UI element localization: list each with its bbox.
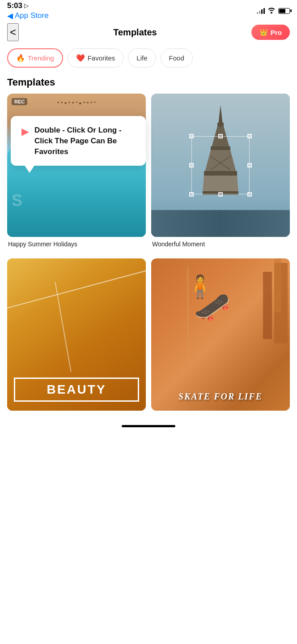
tab-life[interactable]: Life (128, 48, 156, 68)
handle-lm (189, 163, 194, 167)
category-tabs: 🔥 Trending ❤️ Favorites Life Food (0, 45, 297, 73)
skate-text-container: SKATE FOR LIFE (156, 391, 285, 402)
svg-rect-1 (217, 123, 224, 126)
templates-grid: REC ● ● ● ● ● ● ● ● ● ● ● (0, 94, 297, 411)
pro-label: Pro (271, 29, 282, 36)
status-left: 5:03 ▷ ◀ App Store (7, 1, 49, 21)
skate-text: SKATE FOR LIFE (178, 391, 263, 401)
battery-icon (278, 8, 290, 14)
svg-marker-0 (218, 105, 223, 125)
handle-rm (247, 163, 252, 167)
location-icon: ▷ (24, 2, 29, 9)
home-indicator (0, 418, 297, 431)
tab-favorites[interactable]: ❤️ Favorites (68, 48, 124, 68)
tooltip-box: ▶ Double - Click Or Long - Click The Pag… (11, 116, 146, 166)
city-skyline (151, 210, 290, 237)
handle-bm (218, 192, 223, 197)
back-button[interactable]: < (7, 23, 19, 41)
tab-favorites-label: Favorites (88, 54, 115, 62)
wifi-icon (267, 7, 276, 15)
signal-icon (257, 8, 265, 14)
status-right (257, 7, 290, 15)
tab-food-label: Food (169, 54, 184, 62)
tab-trending[interactable]: 🔥 Trending (7, 48, 63, 68)
app-store-label: App Store (15, 11, 49, 20)
section-title: Templates (0, 73, 297, 94)
tab-trending-label: Trending (28, 54, 54, 62)
tooltip-arrow-icon: ▶ (21, 126, 29, 137)
template-beauty[interactable]: BEAUTY (7, 258, 146, 411)
status-bar: 5:03 ▷ ◀ App Store (0, 0, 297, 20)
template-skate[interactable]: 🛹 🧍 SKATE FOR LIFE (151, 258, 290, 411)
handle-tl (189, 134, 194, 138)
handle-tr (247, 134, 252, 138)
template-image-eiffel: | | | (151, 94, 290, 237)
beauty-text-container: BEAUTY (14, 378, 139, 402)
pro-button[interactable]: 👑 Pro (251, 25, 290, 40)
crown-icon: 👑 (259, 28, 268, 36)
beauty-text: BEAUTY (47, 382, 106, 396)
tooltip-pointer (24, 165, 35, 173)
tab-life-label: Life (136, 54, 147, 62)
fire-icon: 🔥 (16, 54, 25, 62)
page-title: Templates (113, 27, 157, 38)
tooltip: ▶ Double - Click Or Long - Click The Pag… (11, 116, 146, 166)
heart-icon: ❤️ (76, 54, 85, 62)
time-display: 5:03 (7, 1, 22, 10)
nav-bar: < Templates 👑 Pro (0, 20, 297, 45)
template-image-beauty: BEAUTY (7, 258, 146, 411)
template-wonderful-moment-label: Wonderful Moment (151, 237, 290, 249)
tab-food[interactable]: Food (161, 48, 193, 68)
back-chevron-icon: ◀ (7, 11, 13, 21)
template-happy-summer-label: Happy Summer Holidays (7, 237, 146, 249)
home-bar (122, 425, 175, 427)
handle-bl (189, 192, 194, 197)
template-wonderful-moment[interactable]: | | | (151, 94, 290, 249)
handle-tm (218, 134, 223, 138)
template-image-skate: 🛹 🧍 SKATE FOR LIFE (151, 258, 290, 411)
tooltip-text: Double - Click Or Long - Click The Page … (34, 125, 135, 157)
table-row: REC ● ● ● ● ● ● ● ● ● ● ● (7, 94, 146, 249)
handle-br (247, 192, 252, 197)
app-store-back-nav[interactable]: ◀ App Store (7, 11, 49, 21)
